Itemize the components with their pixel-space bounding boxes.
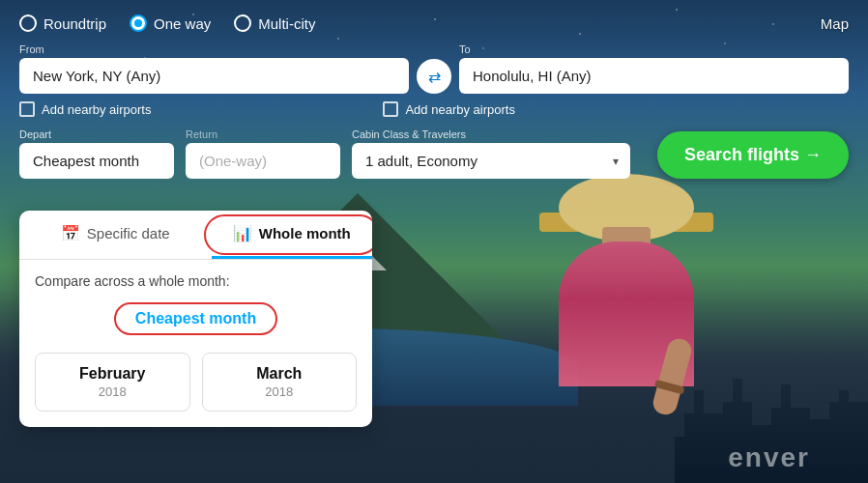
to-label: To: [459, 43, 849, 55]
trip-type-row: Roundtrip One way Multi-city Map: [19, 14, 849, 32]
person-decoration: [539, 174, 733, 386]
compare-text: Compare across a whole month:: [19, 260, 372, 298]
map-button[interactable]: Map: [821, 15, 849, 32]
return-label: Return: [186, 128, 340, 140]
dropdown-tabs: 📅 Specific date 📊 Whole month: [19, 211, 372, 260]
oneway-label: One way: [154, 15, 211, 32]
roundtrip-label: Roundtrip: [43, 15, 106, 32]
march-card[interactable]: March 2018: [202, 353, 358, 412]
oneway-radio[interactable]: [130, 14, 147, 32]
nearby-to-label: Add nearby airports: [405, 102, 514, 117]
depart-group: Depart Cheapest month: [19, 128, 174, 179]
roundtrip-option[interactable]: Roundtrip: [19, 14, 106, 32]
cheapest-month-option[interactable]: Cheapest month: [114, 302, 277, 335]
tab-whole-month-wrap: 📊 Whole month: [212, 211, 373, 259]
return-group: Return (One-way): [186, 128, 340, 179]
february-year: 2018: [49, 384, 176, 399]
swap-button[interactable]: ⇄: [417, 59, 451, 94]
nearby-from-check[interactable]: Add nearby airports: [19, 101, 151, 117]
multicity-option[interactable]: Multi-city: [234, 14, 315, 32]
cabin-select[interactable]: 1 adult, Economy: [352, 143, 630, 179]
nearby-from-label: Add nearby airports: [42, 102, 151, 117]
dropdown-panel: 📅 Specific date 📊 Whole month Compare ac…: [19, 211, 372, 427]
from-label: From: [19, 43, 409, 55]
bar-chart-icon: 📊: [233, 224, 252, 242]
depart-label: Depart: [19, 128, 174, 140]
city-overlay-text: enver: [728, 442, 810, 473]
march-year: 2018: [217, 384, 343, 399]
cabin-label: Cabin Class & Travelers: [352, 128, 630, 140]
specific-date-label: Specific date: [87, 225, 170, 242]
multicity-label: Multi-city: [258, 15, 315, 32]
nearby-row: Add nearby airports Add nearby airports: [19, 101, 849, 117]
march-name: March: [217, 365, 343, 383]
cabin-wrapper: 1 adult, Economy ▾: [352, 143, 630, 179]
to-group: To: [459, 43, 849, 94]
february-card[interactable]: February 2018: [35, 353, 190, 412]
date-cabin-row: Depart Cheapest month Return (One-way) C…: [19, 128, 849, 179]
roundtrip-radio[interactable]: [19, 14, 37, 32]
swap-icon: ⇄: [428, 68, 441, 86]
oneway-option[interactable]: One way: [130, 14, 211, 32]
february-name: February: [49, 365, 176, 383]
month-options: February 2018 March 2018: [19, 345, 372, 427]
from-group: From: [19, 43, 409, 94]
cabin-group: Cabin Class & Travelers 1 adult, Economy…: [352, 128, 630, 179]
search-flights-button[interactable]: Search flights →: [657, 131, 849, 179]
from-to-row: From ⇄ To: [19, 43, 849, 94]
return-input[interactable]: (One-way): [186, 143, 340, 179]
cheapest-row: Cheapest month: [19, 298, 372, 345]
nearby-to-checkbox[interactable]: [383, 101, 398, 117]
radio-inner-dot: [134, 19, 142, 27]
depart-input[interactable]: Cheapest month: [19, 143, 174, 179]
nearby-to-check[interactable]: Add nearby airports: [383, 101, 514, 117]
tab-whole-month[interactable]: 📊 Whole month: [212, 211, 373, 259]
main-container: Roundtrip One way Multi-city Map From ⇄ …: [0, 0, 868, 193]
whole-month-label: Whole month: [259, 225, 351, 242]
nearby-from-checkbox[interactable]: [19, 101, 35, 117]
multicity-radio[interactable]: [234, 14, 251, 32]
calendar-icon: 📅: [61, 224, 80, 242]
to-input[interactable]: [459, 58, 849, 94]
from-input[interactable]: [19, 58, 409, 94]
tab-specific-date[interactable]: 📅 Specific date: [19, 211, 212, 259]
